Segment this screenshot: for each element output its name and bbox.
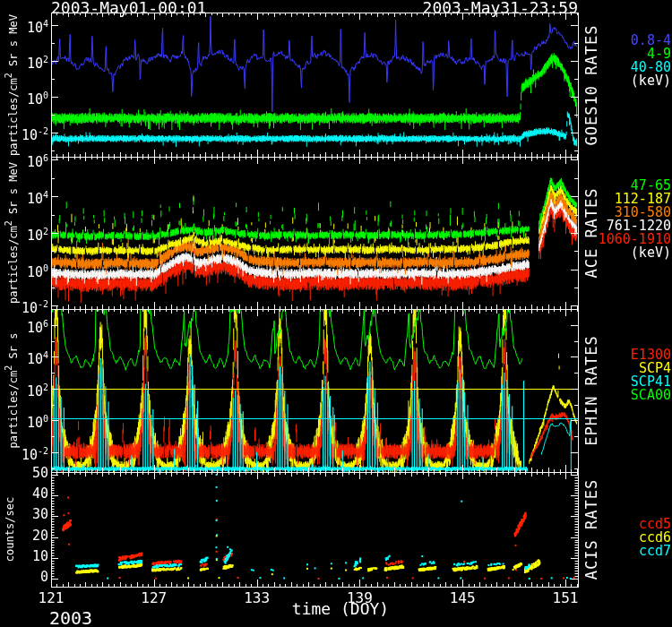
panel-right-label: ACIS RATES — [582, 479, 600, 580]
legend-entry: SCA00 — [631, 389, 671, 402]
x-tick-label: 127 — [134, 589, 174, 606]
legend-entry: (keV) — [599, 246, 671, 260]
x-tick-label: 139 — [340, 589, 379, 606]
y-tick-label: 0 — [2, 571, 48, 583]
legend-goes10: 0.8-44-940-80(keV) — [631, 34, 671, 88]
legend-ace: 47-65112-187310-580761-12201060-1910(keV… — [599, 179, 671, 260]
panel-right-label: EPHIN RATES — [582, 335, 600, 446]
y-axis-label: particles/cm2 Sr s — [4, 333, 20, 449]
y-axis-label: counts/sec — [4, 497, 16, 562]
y-tick-label: 106 — [2, 318, 48, 334]
year-label: 2003 — [49, 607, 92, 627]
x-tick-label: 133 — [237, 589, 277, 606]
y-tick-label: 50 — [2, 468, 48, 479]
legend-acis: ccd5ccd6ccd7 — [639, 518, 671, 558]
legend-entry: ccd7 — [639, 545, 671, 558]
x-tick-label: 151 — [546, 589, 585, 606]
legend-entry: (keV) — [631, 74, 671, 88]
y-axis-label: particles/cm2 Sr s MeV — [4, 162, 20, 304]
space-weather-figure: 2003-May01-00:01 2003-May31-23:59 2003 t… — [0, 0, 672, 627]
plot-canvas — [0, 0, 672, 627]
panel-right-label: GOES10 RATES — [582, 24, 600, 145]
legend-ephin: E1300SCP4SCP41SCA00 — [631, 348, 671, 402]
x-tick-label: 145 — [443, 589, 482, 606]
end-datetime-title: 2003-May31-23:59 — [51, 0, 578, 17]
y-axis-label: particles/cm2 Sr s MeV — [4, 14, 20, 156]
x-tick-label: 121 — [31, 589, 71, 606]
